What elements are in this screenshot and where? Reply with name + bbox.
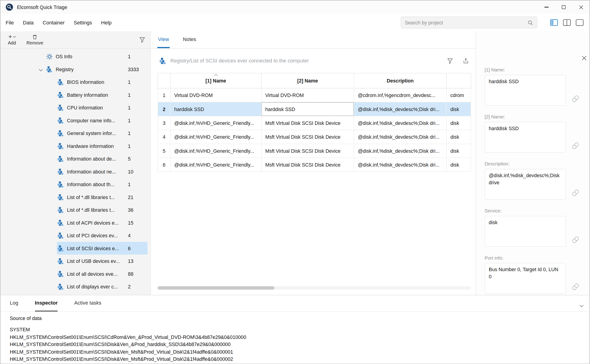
table-cell-focused[interactable]: harddisk SSD [261, 102, 354, 116]
inspector-field-value[interactable]: disk [485, 216, 566, 247]
table-row[interactable]: 1Virtual DVD-ROMVirtual DVD-ROM@cdrom.in… [158, 88, 471, 102]
inspector-source-content: Source of data SYSTEMHKLM_SYSTEM\Control… [0, 312, 590, 363]
column-header-description[interactable]: Description [354, 73, 447, 88]
table-cell[interactable]: Virtual DVD-ROM [261, 88, 354, 102]
table-cell[interactable]: @disk.inf,%VHD_Generic_Friendly... [170, 158, 261, 172]
table-cell[interactable]: disk [446, 116, 471, 130]
table-cell[interactable]: Msft Virtual Disk SCSI Disk Device [261, 144, 354, 158]
horizontal-scrollbar[interactable] [158, 286, 471, 290]
column-header-2-name[interactable]: [2] Name [261, 73, 354, 88]
column-header-blank-0[interactable] [158, 73, 170, 88]
minimize-button[interactable] [538, 0, 555, 14]
expander-chevron-down-icon[interactable] [36, 68, 46, 71]
layout-left-panel-icon[interactable] [550, 19, 558, 26]
tree-item-hardware-information[interactable]: Hardware information1 [0, 140, 151, 153]
registry-icon [57, 91, 65, 98]
table-cell[interactable]: disk [446, 144, 471, 158]
tree-item-information-about-th[interactable]: Information about th...1 [0, 178, 151, 191]
inspector-field-value[interactable]: @disk.inf,%disk_devdesc%;Disk drive [485, 169, 566, 200]
add-button[interactable]: + Add [7, 33, 18, 46]
table-cell[interactable]: Msft Virtual Disk SCSI Disk Device [261, 116, 354, 130]
table-row[interactable]: 4@disk.inf,%VHD_Generic_Friendly...Msft … [158, 130, 471, 144]
tree-item-label: OS Info [56, 54, 128, 59]
table-cell[interactable]: @disk.inf,%VHD_Generic_Friendly... [170, 130, 261, 144]
tree-item-list-of-usb-devices-ev[interactable]: List of USB devices ev...13 [0, 254, 151, 267]
table-cell[interactable]: Virtual DVD-ROM [170, 88, 261, 102]
table-row[interactable]: 6@disk.inf,%VHD_Generic_Friendly...Msft … [158, 158, 471, 172]
bottom-tab-log[interactable]: Log [10, 295, 18, 312]
bottom-tabs: LogInspectorActive tasks [0, 295, 590, 312]
copy-icon[interactable] [572, 143, 579, 149]
menu-container[interactable]: Container [38, 17, 69, 28]
tree-filter-button[interactable] [139, 37, 145, 43]
table-cell[interactable]: disk [446, 102, 471, 116]
registry-icon [46, 66, 53, 72]
table-cell[interactable]: Msft Virtual Disk SCSI Disk Device [261, 130, 354, 144]
tree-item-information-about-de[interactable]: Information about de...5 [0, 152, 151, 165]
copy-icon[interactable] [572, 190, 579, 196]
export-button[interactable] [463, 58, 469, 64]
tree-item-information-about-ne[interactable]: Information about ne...10 [0, 165, 151, 178]
result-actions [447, 58, 469, 64]
source-line: HKLM_SYSTEM\ControlSet001\Enum\SCSI\Disk… [10, 348, 580, 356]
table-cell[interactable]: harddisk SSD [170, 102, 261, 116]
tab-notes[interactable]: Notes [182, 31, 197, 48]
project-search[interactable] [401, 17, 538, 29]
table-cell[interactable]: disk [446, 130, 471, 144]
table-cell[interactable]: @disk.inf,%VHD_Generic_Friendly... [170, 116, 261, 130]
tree-item-list-of-dll-libraries-t[interactable]: List of *.dll libraries t...36 [0, 203, 151, 216]
menu-data[interactable]: Data [19, 17, 38, 28]
table-row[interactable]: 2harddisk SSDharddisk SSD@disk.inf,%disk… [158, 102, 471, 116]
menu-help[interactable]: Help [97, 17, 116, 28]
tree-item-cpu-information[interactable]: CPU information1 [0, 101, 151, 114]
table-cell[interactable]: @disk.inf,%disk_devdesc%;Disk dri... [354, 144, 447, 158]
search-input[interactable] [405, 20, 528, 25]
column-header-1-name[interactable]: [1] Name [170, 73, 261, 88]
tree-item-list-of-pci-devices-ev[interactable]: List of PCI devices ev...4 [0, 229, 151, 242]
copy-icon[interactable] [572, 96, 579, 102]
tree-item-registry[interactable]: Registry3333 [0, 63, 151, 76]
tree-item-list-of-dll-libraries-t[interactable]: List of *.dll libraries t...21 [0, 191, 151, 204]
table-cell[interactable]: Msft Virtual Disk SCSI Disk Device [261, 158, 354, 172]
remove-button[interactable]: Remove [25, 33, 45, 46]
inspector-field-value[interactable]: Bus Number 0, Target Id 0, LUN 0 [485, 263, 566, 294]
menu-settings[interactable]: Settings [69, 17, 97, 28]
inspector-field-value[interactable]: harddisk SSD [485, 75, 566, 106]
table-cell[interactable]: @disk.inf,%disk_devdesc%;Disk dri... [354, 130, 447, 144]
tab-view[interactable]: View [157, 31, 170, 48]
table-cell[interactable]: @disk.inf,%disk_devdesc%;Disk dri... [354, 158, 447, 172]
tree-item-general-system-infor[interactable]: General system infor...1 [0, 127, 151, 140]
source-line: HKLM_SYSTEM\ControlSet001\Enum\SCSI\Disk… [10, 356, 580, 363]
column-header-blank-4[interactable] [446, 73, 471, 88]
layout-split-panel-icon[interactable] [563, 19, 571, 26]
close-button[interactable] [572, 0, 590, 14]
tree-item-list-of-displays-ever-c[interactable]: List of displays ever c...2 [0, 280, 151, 293]
menu-file[interactable]: File [1, 17, 19, 28]
table-row[interactable]: 5@disk.inf,%VHD_Generic_Friendly...Msft … [158, 144, 471, 158]
table-cell[interactable]: @disk.inf,%disk_devdesc%;Disk dri... [354, 116, 447, 130]
table-cell[interactable]: disk [446, 158, 471, 172]
copy-icon[interactable] [572, 237, 579, 243]
tree-item-bios-information[interactable]: BIOS information1 [0, 76, 151, 88]
tree-item-list-of-acpi-devices-e[interactable]: List of ACPI devices e...15 [0, 216, 151, 229]
collapse-panel-button[interactable] [580, 301, 583, 308]
table-row[interactable]: 3@disk.inf,%VHD_Generic_Friendly...Msft … [158, 116, 471, 130]
tree-item-computer-name-info[interactable]: Computer name info...1 [0, 114, 151, 127]
tree-item-list-of-scsi-devices-e[interactable]: List of SCSI devices e...6 [0, 242, 151, 255]
scrollbar-thumb[interactable] [158, 286, 274, 290]
tree-item-battery-information[interactable]: Battery information1 [0, 88, 151, 101]
table-cell[interactable]: @disk.inf,%VHD_Generic_Friendly... [170, 144, 261, 158]
bottom-tab-inspector[interactable]: Inspector [35, 295, 58, 312]
table-cell[interactable]: @disk.inf,%disk_devdesc%;Disk dri... [354, 102, 447, 116]
tree-item-list-of-all-devices-eve[interactable]: List of all devices eve...88 [0, 267, 151, 280]
layout-single-panel-icon[interactable] [576, 19, 583, 26]
tree-item-os-info[interactable]: OS Info1 [0, 50, 151, 63]
tree-item-count: 1 [128, 79, 144, 85]
maximize-button[interactable] [555, 0, 572, 14]
copy-icon[interactable] [572, 284, 579, 290]
table-cell[interactable]: cdrom [446, 88, 471, 102]
table-cell[interactable]: @cdrom.inf,%gencdrom_devdesc... [354, 88, 447, 102]
inspector-field-value[interactable]: harddisk SSD [485, 122, 566, 153]
table-filter-button[interactable] [447, 58, 453, 64]
bottom-tab-active-tasks[interactable]: Active tasks [74, 295, 101, 312]
